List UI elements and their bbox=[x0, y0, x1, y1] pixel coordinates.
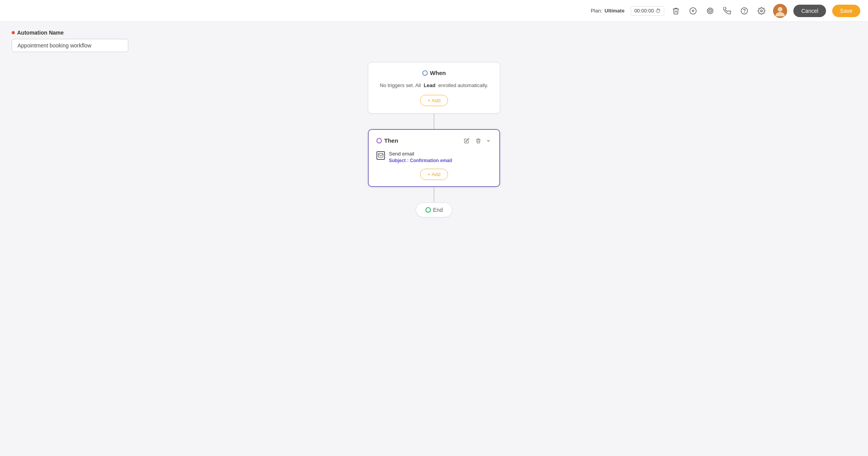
when-circle-icon bbox=[422, 70, 428, 76]
timer-icon: ⏱ bbox=[655, 8, 661, 14]
main-content: Automation Name When No triggers set. Al… bbox=[0, 0, 868, 456]
plan-label: Plan: bbox=[591, 8, 602, 14]
when-add-button[interactable]: + Add bbox=[420, 95, 448, 106]
timer-display: 00:00:00 ⏱ bbox=[631, 6, 665, 16]
timer-value: 00:00:00 bbox=[634, 8, 654, 14]
then-header-actions bbox=[462, 136, 492, 145]
svg-point-10 bbox=[778, 7, 782, 12]
when-block: When No triggers set. All Lead enrolled … bbox=[368, 62, 500, 114]
then-block: Then bbox=[368, 129, 500, 187]
help-icon[interactable] bbox=[739, 5, 750, 16]
plan-name: Ultimate bbox=[605, 8, 625, 14]
when-title: When bbox=[430, 70, 446, 76]
email-details: Send email Subject : Confirmation email bbox=[389, 151, 452, 163]
settings-icon[interactable] bbox=[756, 5, 767, 16]
end-title: End bbox=[433, 207, 443, 213]
plan-info: Plan: Ultimate bbox=[591, 8, 625, 14]
then-add-button[interactable]: + Add bbox=[420, 169, 448, 180]
dropdown-icon[interactable] bbox=[485, 138, 492, 144]
phone-icon[interactable] bbox=[722, 5, 733, 16]
automation-label-text: Automation Name bbox=[17, 30, 64, 36]
subject-value: Confirmation email bbox=[410, 158, 452, 163]
svg-point-8 bbox=[761, 10, 763, 12]
svg-point-6 bbox=[741, 7, 748, 14]
when-desc-bold: Lead bbox=[424, 82, 435, 88]
then-circle-icon bbox=[376, 138, 382, 143]
automation-header: Automation Name bbox=[0, 22, 868, 58]
connector-2 bbox=[434, 187, 434, 203]
end-circle-icon bbox=[425, 207, 431, 213]
end-block: End bbox=[416, 203, 453, 217]
trash-icon[interactable] bbox=[670, 5, 681, 16]
email-action-title: Send email bbox=[389, 151, 452, 157]
email-icon bbox=[376, 151, 385, 160]
when-desc-prefix: No triggers set. All bbox=[380, 82, 421, 88]
flow-canvas: When No triggers set. All Lead enrolled … bbox=[0, 58, 868, 292]
connector-1 bbox=[434, 114, 434, 129]
automation-name-input[interactable] bbox=[12, 39, 128, 52]
email-action: Send email Subject : Confirmation email bbox=[376, 151, 492, 163]
when-block-header: When bbox=[376, 70, 492, 76]
edit-icon[interactable] bbox=[462, 136, 471, 145]
automation-name-label: Automation Name bbox=[12, 30, 856, 36]
required-dot bbox=[12, 31, 15, 34]
subject-label: Subject bbox=[389, 158, 406, 163]
when-desc-suffix: enrolled automatically. bbox=[438, 82, 488, 88]
avatar[interactable] bbox=[773, 4, 787, 18]
email-subject: Subject : Confirmation email bbox=[389, 158, 452, 163]
then-header: Then bbox=[376, 136, 492, 145]
topbar: Plan: Ultimate 00:00:00 ⏱ bbox=[0, 0, 868, 22]
cancel-button[interactable]: Cancel bbox=[793, 5, 826, 17]
bell-icon[interactable] bbox=[705, 5, 716, 16]
subject-colon: : bbox=[407, 158, 410, 163]
delete-icon[interactable] bbox=[474, 136, 483, 145]
svg-rect-11 bbox=[378, 154, 383, 157]
when-description: No triggers set. All Lead enrolled autom… bbox=[376, 82, 492, 89]
svg-point-5 bbox=[710, 10, 711, 11]
topbar-icons bbox=[670, 4, 787, 18]
then-header-left: Then bbox=[376, 137, 398, 144]
add-contact-icon[interactable] bbox=[688, 5, 698, 16]
then-title: Then bbox=[384, 137, 398, 144]
save-button[interactable]: Save bbox=[832, 5, 860, 17]
